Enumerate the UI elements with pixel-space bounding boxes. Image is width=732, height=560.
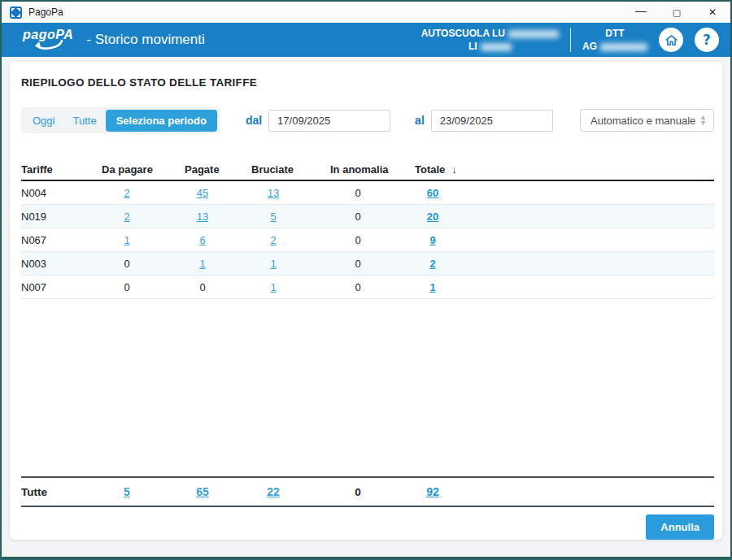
mode-select[interactable]: Automatico e manuale ▲▼ xyxy=(580,109,714,132)
period-tab-group: Oggi Tutte Seleziona periodo xyxy=(21,107,220,133)
redacted-text xyxy=(481,43,512,51)
bruciate-link[interactable]: 13 xyxy=(268,187,279,199)
pagate-value: 0 xyxy=(199,281,205,293)
in-anomalia-value: 0 xyxy=(355,211,360,223)
column-header-da-pagare[interactable]: Da pagare xyxy=(102,163,185,176)
tariffa-cell: N003 xyxy=(21,258,102,270)
da-pagare-value: 0 xyxy=(124,281,129,293)
totale-link[interactable]: 20 xyxy=(427,211,438,223)
column-header-in-anomalia[interactable]: In anomalia xyxy=(330,163,415,176)
titlebar: PagoPa — ▢ ✕ xyxy=(2,2,730,23)
home-icon xyxy=(664,33,678,47)
totale-link[interactable]: 9 xyxy=(429,234,435,246)
table-row: N067 1 6 2 0 9 xyxy=(21,228,714,252)
pagate-link[interactable]: 13 xyxy=(197,211,208,223)
date-to-label: al xyxy=(415,114,425,127)
da-pagare-link[interactable]: 1 xyxy=(124,234,129,246)
totale-link[interactable]: 1 xyxy=(429,281,435,293)
da-pagare-value: 0 xyxy=(124,258,129,270)
totals-bruciate-link[interactable]: 22 xyxy=(267,485,280,498)
tab-tutte[interactable]: Tutte xyxy=(63,115,105,127)
totals-in-anomalia-value: 0 xyxy=(355,486,361,498)
bruciate-link[interactable]: 5 xyxy=(270,211,276,223)
tariffa-cell: N004 xyxy=(21,187,102,199)
account-info: AUTOSCUOLA LU LI xyxy=(421,27,559,53)
close-button[interactable]: ✕ xyxy=(695,2,730,23)
tab-seleziona-periodo[interactable]: Seleziona periodo xyxy=(106,110,217,132)
bruciate-link[interactable]: 1 xyxy=(270,281,276,293)
redacted-text xyxy=(600,43,647,51)
app-window: PagoPa — ▢ ✕ pagoPA - Storico movimenti … xyxy=(2,2,730,557)
column-header-tariffe[interactable]: Tariffe xyxy=(21,163,102,176)
pagopa-logo: pagoPA xyxy=(23,28,73,52)
sort-desc-icon: ↓ xyxy=(451,163,457,176)
annulla-button[interactable]: Annulla xyxy=(646,514,714,540)
da-pagare-link[interactable]: 2 xyxy=(124,187,129,199)
table-header: Tariffe Da pagare Pagate Bruciate In ano… xyxy=(21,158,714,181)
office-info: DTT AG xyxy=(582,27,647,53)
pagate-link[interactable]: 6 xyxy=(199,234,205,246)
bruciate-link[interactable]: 1 xyxy=(270,258,276,270)
mode-select-value: Automatico e manuale xyxy=(590,115,699,127)
in-anomalia-value: 0 xyxy=(355,234,360,246)
tariffa-cell: N019 xyxy=(21,211,102,223)
pagopa-logo-arrow-icon xyxy=(31,40,65,52)
header-divider xyxy=(570,28,571,52)
pagate-link[interactable]: 45 xyxy=(197,187,208,199)
app-header: pagoPA - Storico movimenti AUTOSCUOLA LU… xyxy=(2,23,730,57)
date-from-input[interactable] xyxy=(268,110,390,132)
window-title: PagoPa xyxy=(28,7,623,18)
column-header-pagate[interactable]: Pagate xyxy=(185,163,251,176)
totals-row: Tutte 5 65 22 0 92 xyxy=(21,476,714,507)
redacted-text xyxy=(508,30,559,38)
help-icon: ? xyxy=(703,32,711,48)
page-title: RIEPILOGO DELLO STATO DELLE TARIFFE xyxy=(21,76,714,89)
da-pagare-link[interactable]: 2 xyxy=(124,211,129,223)
help-button[interactable]: ? xyxy=(695,28,719,52)
pagopa-app-icon xyxy=(10,7,22,19)
date-to-input[interactable] xyxy=(431,110,553,132)
filter-row: Oggi Tutte Seleziona periodo dal al Auto… xyxy=(21,108,714,132)
totals-totale-link[interactable]: 92 xyxy=(426,485,439,498)
page-header-title: - Storico movimenti xyxy=(86,32,420,48)
maximize-button[interactable]: ▢ xyxy=(659,2,695,23)
column-header-bruciate[interactable]: Bruciate xyxy=(251,163,330,176)
home-button[interactable] xyxy=(659,28,683,52)
window-controls: — ▢ ✕ xyxy=(623,2,730,23)
in-anomalia-value: 0 xyxy=(355,281,360,293)
pagate-link[interactable]: 1 xyxy=(199,258,205,270)
select-stepper-icon: ▲▼ xyxy=(699,115,707,126)
in-anomalia-value: 0 xyxy=(355,258,360,270)
table-row: N019 2 13 5 0 20 xyxy=(21,205,714,228)
table-row: N007 0 0 1 0 1 xyxy=(21,276,714,299)
tab-oggi[interactable]: Oggi xyxy=(24,115,63,127)
totals-label: Tutte xyxy=(21,486,102,498)
tariffa-cell: N067 xyxy=(21,234,102,246)
minimize-button[interactable]: — xyxy=(623,2,659,23)
column-header-totale[interactable]: Totale↓ xyxy=(415,163,714,176)
bruciate-link[interactable]: 2 xyxy=(270,234,276,246)
totals-da-pagare-link[interactable]: 5 xyxy=(124,485,130,498)
totale-link[interactable]: 60 xyxy=(427,187,438,199)
tariffa-cell: N007 xyxy=(21,281,102,293)
in-anomalia-value: 0 xyxy=(355,187,360,199)
totals-pagate-link[interactable]: 65 xyxy=(196,485,209,498)
table-row: N004 2 45 13 0 60 xyxy=(21,181,714,205)
table-row: N003 0 1 1 0 2 xyxy=(21,252,714,276)
totale-link[interactable]: 2 xyxy=(429,258,435,270)
date-from-label: dal xyxy=(246,114,262,127)
main-card: RIEPILOGO DELLO STATO DELLE TARIFFE Oggi… xyxy=(10,62,722,540)
